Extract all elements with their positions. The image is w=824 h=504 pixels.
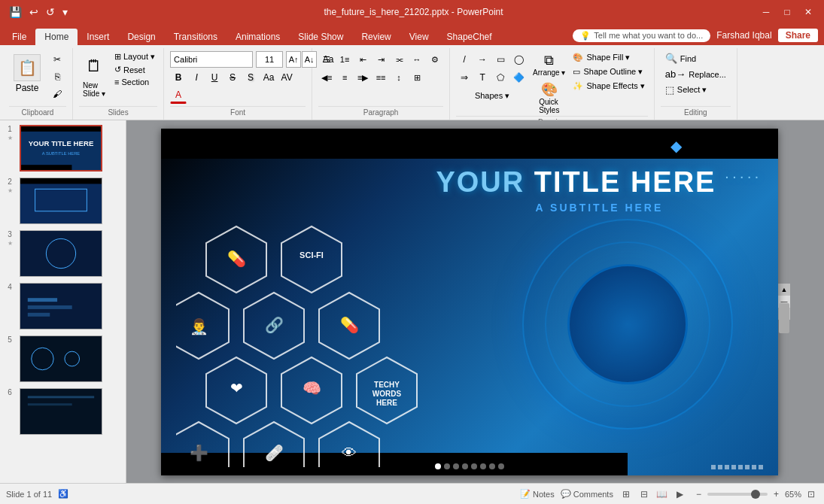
shapes-more-button[interactable]: Shapes ▾ bbox=[456, 87, 528, 104]
font-size-increase-button[interactable]: A↑ bbox=[286, 51, 301, 68]
section-button[interactable]: ≡ Section bbox=[112, 77, 157, 87]
ribbon-group-clipboard: 📋 Paste ✂ ⎘ 🖌 Clipboard bbox=[3, 48, 73, 120]
find-button[interactable]: 🔍 Find bbox=[661, 51, 701, 65]
slide-thumb-6[interactable]: 6 bbox=[3, 387, 123, 436]
shape-right-arrow-button[interactable]: ⇒ bbox=[456, 69, 473, 86]
quick-styles-button[interactable]: 🎨 QuickStyles bbox=[537, 80, 561, 116]
close-button[interactable]: ✕ bbox=[798, 2, 818, 22]
strikethrough-button[interactable]: S bbox=[224, 69, 241, 86]
character-spacing-button[interactable]: AV bbox=[278, 69, 295, 86]
align-center-button[interactable]: ≡ bbox=[336, 69, 353, 86]
minimize-button[interactable]: ─ bbox=[756, 2, 776, 22]
select-icon: ⬚ bbox=[665, 84, 674, 96]
text-direction-button[interactable]: ↔ bbox=[409, 51, 425, 68]
line-spacing-button[interactable]: ↕ bbox=[391, 69, 407, 86]
bullets-button[interactable]: ☰ bbox=[318, 51, 335, 68]
share-button[interactable]: Share bbox=[778, 29, 818, 42]
corner-dot-6 bbox=[745, 465, 750, 469]
paste-button[interactable]: 📋 Paste bbox=[9, 51, 45, 96]
undo-button[interactable]: ↩ bbox=[26, 5, 41, 20]
shape-text-button[interactable]: T bbox=[474, 69, 491, 86]
select-button[interactable]: ⬚ Select ▾ bbox=[661, 83, 712, 97]
slide-canvas[interactable]: ◆ YOUR TITLE HERE ····· A SUBTITLE HERE … bbox=[161, 129, 778, 475]
shape-fill-button[interactable]: 🎨 Shape Fill ▾ bbox=[570, 51, 647, 64]
decrease-indent-button[interactable]: ⇤ bbox=[354, 51, 371, 68]
underline-button[interactable]: U bbox=[206, 69, 223, 86]
slide-columns-button[interactable]: ⊞ bbox=[409, 69, 425, 86]
slide-thumb-5[interactable]: 5 bbox=[3, 334, 123, 384]
shape-pentagon-button[interactable]: ⬠ bbox=[492, 69, 509, 86]
tab-transitions[interactable]: Transitions bbox=[165, 29, 227, 45]
tab-shapechef[interactable]: ShapeChef bbox=[438, 29, 501, 45]
align-left-button[interactable]: ◀≡ bbox=[318, 69, 335, 86]
slide-preview-1: YOUR TITLE HERE A SUBTITLE HERE bbox=[20, 125, 102, 172]
copy-button[interactable]: ⎘ bbox=[48, 68, 66, 85]
numbering-button[interactable]: 1≡ bbox=[336, 51, 353, 68]
shape-rect-button[interactable]: ▭ bbox=[492, 51, 509, 68]
zoom-out-button[interactable]: − bbox=[693, 487, 704, 501]
text-shadow-button[interactable]: S bbox=[242, 69, 259, 86]
font-size-input[interactable] bbox=[256, 51, 283, 68]
increase-indent-button[interactable]: ⇥ bbox=[372, 51, 389, 68]
italic-button[interactable]: I bbox=[188, 69, 205, 86]
tab-file[interactable]: File bbox=[3, 29, 35, 45]
fit-slide-button[interactable]: ⊡ bbox=[804, 487, 818, 501]
vertical-scrollbar[interactable]: ▲ — ▼ bbox=[778, 284, 790, 320]
title-right: ─ □ ✕ bbox=[756, 2, 818, 22]
justify-button[interactable]: ≡≡ bbox=[372, 69, 389, 86]
save-button[interactable]: 💾 bbox=[6, 5, 25, 20]
tab-home[interactable]: Home bbox=[35, 29, 78, 45]
normal-view-button[interactable]: ⊞ bbox=[618, 486, 634, 502]
zoom-in-button[interactable]: + bbox=[771, 487, 782, 501]
slide-thumb-4[interactable]: 4 bbox=[3, 281, 123, 331]
align-right-button[interactable]: ≡▶ bbox=[354, 69, 371, 86]
shape-outline-button[interactable]: ▭ Shape Outline ▾ bbox=[570, 65, 647, 78]
columns-button[interactable]: ⫘ bbox=[391, 51, 407, 68]
slide-thumb-2[interactable]: 2 ★ bbox=[3, 176, 123, 226]
tab-animations[interactable]: Animations bbox=[227, 29, 289, 45]
customize-button[interactable]: ▾ bbox=[59, 5, 71, 20]
shape-effects-button[interactable]: ✨ Shape Effects ▾ bbox=[570, 80, 647, 93]
bold-button[interactable]: B bbox=[170, 69, 187, 86]
corner-dot-4 bbox=[731, 465, 736, 469]
shape-arrow-button[interactable]: → bbox=[474, 51, 491, 68]
font-color-button[interactable]: A bbox=[170, 87, 187, 104]
tab-insert[interactable]: Insert bbox=[78, 29, 118, 45]
tab-slideshow[interactable]: Slide Show bbox=[289, 29, 352, 45]
tab-review[interactable]: Review bbox=[352, 29, 400, 45]
reading-view-button[interactable]: 📖 bbox=[654, 486, 670, 502]
svg-rect-18 bbox=[28, 396, 94, 398]
zoom-slider[interactable] bbox=[707, 493, 768, 496]
convert-smartart-button[interactable]: ⚙ bbox=[427, 51, 443, 68]
slide-num-3: 3 ★ bbox=[5, 230, 15, 247]
slide-thumb-3[interactable]: 3 ★ bbox=[3, 229, 123, 278]
svg-text:YOUR TITLE HERE: YOUR TITLE HERE bbox=[29, 139, 94, 147]
redo-button[interactable]: ↺ bbox=[43, 5, 58, 20]
shape-oval-button[interactable]: ◯ bbox=[510, 51, 527, 68]
layout-button[interactable]: ⊞ Layout ▾ bbox=[112, 51, 157, 62]
comments-button[interactable]: 💬 Comments bbox=[561, 489, 613, 499]
tell-me-box[interactable]: 💡 Tell me what you want to do... bbox=[573, 29, 710, 42]
tab-view[interactable]: View bbox=[400, 29, 438, 45]
scroll-up-button[interactable]: ▲ bbox=[778, 284, 790, 296]
cut-button[interactable]: ✂ bbox=[48, 51, 66, 68]
maximize-button[interactable]: □ bbox=[777, 2, 797, 22]
reset-button[interactable]: ↺ Reset bbox=[112, 64, 157, 75]
slideshow-button[interactable]: ▶ bbox=[672, 486, 689, 502]
shape-line-button[interactable]: / bbox=[456, 51, 473, 68]
scroll-thumb[interactable] bbox=[779, 303, 789, 333]
replace-button[interactable]: ab→ Replace... bbox=[661, 67, 731, 81]
shape-misc-button[interactable]: 🔷 bbox=[510, 69, 527, 86]
slide-sorter-button[interactable]: ⊟ bbox=[636, 486, 652, 502]
font-name-input[interactable] bbox=[170, 51, 253, 68]
change-case-button[interactable]: Aa bbox=[260, 69, 277, 86]
notes-button[interactable]: 📝 Notes bbox=[520, 489, 555, 499]
quick-styles-label: QuickStyles bbox=[539, 98, 559, 114]
format-painter-button[interactable]: 🖌 bbox=[48, 86, 66, 102]
svg-text:🧠: 🧠 bbox=[302, 379, 321, 397]
new-slide-button[interactable]: 🗒 NewSlide ▾ bbox=[79, 51, 109, 99]
slide-title: YOUR TITLE HERE ····· bbox=[436, 166, 762, 199]
arrange-button[interactable]: ⧉ Arrange ▾ bbox=[531, 51, 567, 78]
tab-design[interactable]: Design bbox=[118, 29, 164, 45]
slide-thumb-1[interactable]: 1 ★ YOUR TITLE HERE A SUBTITLE HERE bbox=[3, 123, 123, 173]
